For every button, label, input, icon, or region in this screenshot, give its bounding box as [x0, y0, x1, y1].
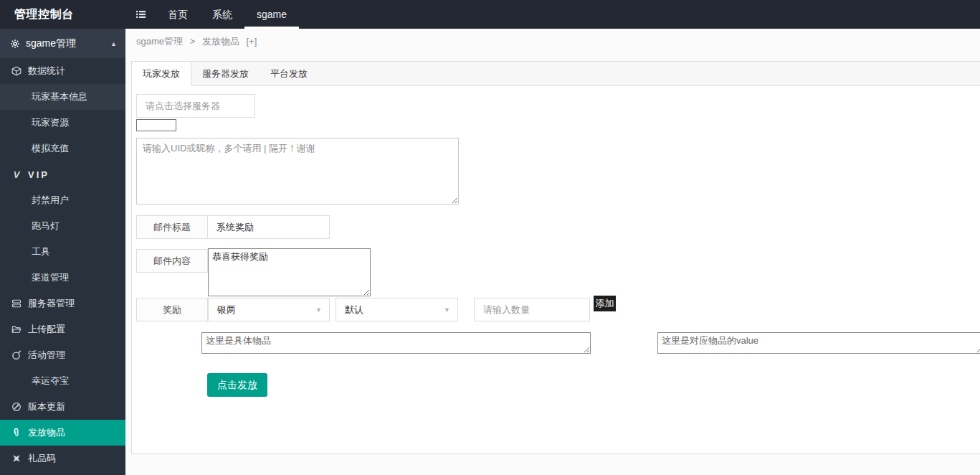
sidebar-item-label: VIP: [28, 169, 49, 180]
admin-console-page: 管理控制台 首页 系统 sgame: [0, 0, 980, 475]
sidebar-header-sgame-admin[interactable]: sgame管理 ▲: [0, 29, 125, 58]
breadcrumb-separator: >: [190, 36, 196, 47]
sidebar-item-lucky-draw[interactable]: 幸运夺宝: [0, 368, 125, 394]
sidebar-item-server-management[interactable]: 服务器管理: [0, 291, 125, 316]
sidebar-item-vip[interactable]: V VIP: [0, 161, 125, 187]
reward-type-selected-value: 银两: [217, 304, 236, 316]
vip-icon: V: [11, 169, 22, 180]
tab-platform-distribute[interactable]: 平台发放: [260, 62, 318, 85]
email-title-input[interactable]: [207, 215, 330, 239]
update-icon: [11, 402, 22, 412]
tab-player-distribute[interactable]: 玩家发放: [132, 62, 191, 86]
sidebar-item-label: 礼品码: [28, 452, 56, 465]
sidebar-item-data-stats[interactable]: 数据统计: [0, 58, 125, 84]
sidebar-item-label: 活动管理: [28, 349, 65, 362]
sidebar: sgame管理 ▲ 数据统计 玩家基本信息 玩家资源 模拟充值 V VIP: [0, 29, 125, 475]
server-icon: [11, 298, 22, 309]
sidebar-item-label: 跑马灯: [32, 220, 60, 232]
breadcrumb: sgame管理 > 发放物品 [+]: [136, 29, 261, 55]
email-content-textarea[interactable]: 恭喜获得奖励: [208, 248, 371, 296]
submit-distribute-button[interactable]: 点击发放: [207, 373, 267, 397]
sidebar-item-label: 数据统计: [28, 65, 65, 77]
sidebar-item-label: 工具: [32, 245, 50, 258]
sidebar-item-label: 上传配置: [28, 323, 65, 336]
gear-icon: [10, 39, 20, 49]
sidebar-item-label: 玩家基本信息: [32, 90, 87, 103]
sidebar-item-label: 幸运夺宝: [32, 375, 69, 387]
sidebar-item-gift-code[interactable]: 礼品码: [0, 446, 125, 471]
reward-subtype-selected-value: 默认: [345, 304, 363, 316]
top-navigation: 首页 系统 sgame: [125, 0, 299, 29]
quantity-input[interactable]: [474, 298, 590, 321]
stats-icon: [11, 66, 22, 76]
nav-item-sgame[interactable]: sgame: [244, 0, 299, 29]
giftcode-icon: [11, 453, 22, 464]
sidebar-item-label: 渠道管理: [32, 271, 69, 284]
sidebar-item-label: 服务器管理: [28, 297, 75, 310]
list-icon: [135, 9, 146, 19]
item-value-textarea[interactable]: [657, 332, 980, 354]
sidebar-item-player-basic-info[interactable]: 玩家基本信息: [0, 84, 125, 110]
app-title: 管理控制台: [0, 0, 125, 29]
nav-item-system[interactable]: 系统: [200, 0, 244, 29]
topbar: 管理控制台 首页 系统 sgame: [0, 0, 980, 29]
breadcrumb-current: 发放物品: [202, 36, 239, 47]
sidebar-header-label: sgame管理: [26, 37, 76, 50]
nav-item-home[interactable]: 首页: [156, 0, 200, 29]
uid-textarea[interactable]: [136, 138, 459, 204]
chevron-down-icon: ▼: [315, 306, 322, 314]
sidebar-item-distribute-items[interactable]: 发放物品: [0, 420, 125, 446]
activity-icon: [11, 350, 22, 360]
item-detail-textarea[interactable]: [201, 332, 591, 354]
email-content-label: 邮件内容: [136, 249, 208, 273]
sidebar-item-version-update[interactable]: 版本更新: [0, 394, 125, 420]
aux-small-input[interactable]: [136, 119, 176, 131]
sidebar-item-label: 玩家资源: [32, 116, 69, 129]
breadcrumb-expand[interactable]: [+]: [247, 36, 257, 47]
sidebar-item-channel-management[interactable]: 渠道管理: [0, 265, 125, 291]
breadcrumb-parent[interactable]: sgame管理: [136, 36, 183, 47]
tab-strip: 玩家发放 服务器发放 平台发放: [132, 62, 980, 86]
server-select-input[interactable]: [136, 94, 255, 118]
paperclip-icon: [11, 428, 22, 438]
sidebar-item-tools[interactable]: 工具: [0, 239, 125, 265]
sidebar-item-mock-recharge[interactable]: 模拟充值: [0, 136, 125, 161]
email-title-label: 邮件标题: [136, 215, 208, 239]
reward-type-select[interactable]: 银两 ▼: [208, 298, 330, 321]
sidebar-item-player-resources[interactable]: 玩家资源: [0, 110, 125, 136]
sidebar-item-marquee[interactable]: 跑马灯: [0, 213, 125, 239]
sidebar-item-label: 发放物品: [28, 426, 65, 439]
sidebar-item-banned-users[interactable]: 封禁用户: [0, 187, 125, 213]
folder-open-icon: [11, 324, 22, 334]
reward-label: 奖励: [136, 298, 208, 321]
sidebar-item-label: 模拟充值: [32, 142, 69, 155]
sidebar-toggle-button[interactable]: [125, 0, 156, 29]
reward-subtype-select[interactable]: 默认 ▼: [336, 298, 458, 321]
sidebar-item-upload-config[interactable]: 上传配置: [0, 316, 125, 342]
chevron-down-icon: ▼: [444, 306, 450, 314]
caret-up-icon: ▲: [110, 40, 117, 47]
sidebar-item-activity-management[interactable]: 活动管理: [0, 342, 125, 368]
tab-server-distribute[interactable]: 服务器发放: [191, 62, 260, 85]
add-button[interactable]: 添加: [594, 296, 616, 311]
sidebar-item-label: 封禁用户: [32, 194, 69, 207]
sidebar-item-label: 版本更新: [28, 400, 65, 413]
